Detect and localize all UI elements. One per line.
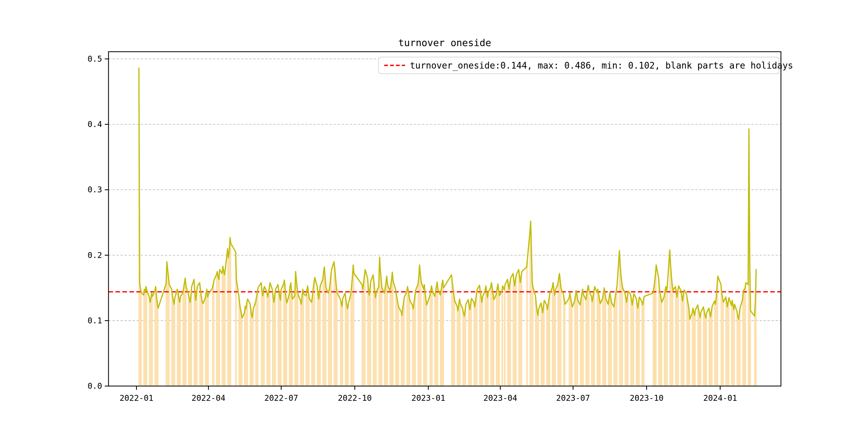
turnover-bar xyxy=(737,312,737,386)
x-axis-ticks: 2022-012022-042022-072022-102023-012023-… xyxy=(120,386,737,403)
turnover-bar xyxy=(149,297,150,386)
turnover-bar xyxy=(628,291,628,386)
turnover-bar xyxy=(384,293,385,386)
turnover-bar xyxy=(518,270,519,386)
turnover-bar xyxy=(632,305,632,386)
turnover-bar xyxy=(594,287,595,386)
turnover-bar xyxy=(365,270,366,386)
turnover-bar xyxy=(560,281,561,386)
turnover-bar xyxy=(143,295,144,386)
turnover-bar xyxy=(678,291,678,386)
turnover-bar xyxy=(286,298,286,386)
turnover-bar xyxy=(460,304,461,386)
turnover-bar xyxy=(317,294,318,386)
turnover-bar xyxy=(682,301,683,386)
turnover-bar xyxy=(480,297,482,386)
turnover-bar xyxy=(370,281,371,386)
turnover-bar xyxy=(318,299,319,386)
turnover-bar xyxy=(298,294,299,386)
turnover-bar xyxy=(689,319,690,386)
turnover-bar xyxy=(158,308,159,386)
turnover-bar xyxy=(569,293,570,386)
turnover-bar xyxy=(326,288,326,386)
turnover-bar xyxy=(139,283,140,386)
turnover-bar xyxy=(722,298,723,386)
turnover-bar xyxy=(408,291,409,386)
turnover-bar xyxy=(208,294,209,386)
turnover-bar xyxy=(559,274,560,386)
turnover-bar xyxy=(496,294,497,386)
turnover-bar xyxy=(348,304,349,386)
turnover-bar xyxy=(340,299,341,386)
turnover-bar xyxy=(597,289,598,386)
turnover-bar xyxy=(369,289,370,386)
turnover-bar xyxy=(554,295,555,386)
turnover-bar xyxy=(703,307,704,386)
turnover-bar xyxy=(190,302,190,386)
turnover-bar xyxy=(711,312,712,386)
turnover-bar xyxy=(469,305,470,386)
turnover-bar xyxy=(152,296,153,386)
turnover-bar xyxy=(239,296,239,386)
turnover-bar xyxy=(728,302,729,386)
turnover-bar xyxy=(464,316,465,386)
turnover-bar xyxy=(513,274,514,386)
turnover-bar xyxy=(698,309,699,386)
turnover-bar xyxy=(419,265,420,386)
turnover-bar xyxy=(639,297,640,386)
turnover-bar xyxy=(415,290,416,386)
legend: turnover_oneside:0.144, max: 0.486, min:… xyxy=(378,57,793,74)
turnover-bar xyxy=(386,276,387,386)
turnover-bar xyxy=(619,250,620,386)
turnover-bar xyxy=(543,306,544,386)
turnover-bar xyxy=(694,315,695,386)
turnover-bar xyxy=(168,277,169,386)
turnover-bar xyxy=(501,291,502,386)
turnover-bar xyxy=(580,305,581,386)
turnover-bar xyxy=(622,283,622,386)
turnover-bar xyxy=(279,296,280,386)
turnover-bar xyxy=(522,272,522,386)
turnover-bar xyxy=(508,284,509,386)
turnover-bar xyxy=(214,280,214,386)
turnover-bar xyxy=(754,316,755,386)
turnover-bar xyxy=(264,289,264,386)
turnover-bar xyxy=(602,299,603,386)
turnover-bar xyxy=(267,297,268,386)
turnover-bar xyxy=(667,284,668,386)
turnover-bar xyxy=(180,296,181,386)
turnover-bar xyxy=(589,290,589,386)
turnover-bar xyxy=(726,302,727,386)
turnover-bar xyxy=(362,284,363,386)
turnover-bar xyxy=(291,292,292,386)
turnover-bar xyxy=(563,294,564,386)
turnover-bar xyxy=(183,288,184,386)
turnover-bar xyxy=(593,291,594,386)
turnover-bar xyxy=(179,302,180,386)
turnover-bar xyxy=(527,258,528,386)
turnover-bar xyxy=(733,305,733,386)
turnover-bar xyxy=(507,279,508,386)
turnover-bar xyxy=(553,283,554,386)
turnover-bar xyxy=(441,284,442,386)
turnover-bar xyxy=(538,309,539,386)
turnover-bar xyxy=(592,302,593,386)
turnover-bar xyxy=(430,290,431,386)
turnover-bar xyxy=(213,284,214,386)
turnover-bar xyxy=(257,293,258,386)
turnover-bar xyxy=(313,288,314,386)
turnover-bar xyxy=(486,286,486,386)
turnover-bar xyxy=(705,315,705,386)
turnover-bar xyxy=(414,303,414,386)
x-tick-label: 2023-01 xyxy=(411,393,445,403)
turnover-bar xyxy=(565,304,565,386)
turnover-bar xyxy=(368,288,369,386)
turnover-bar xyxy=(223,271,224,386)
turnover-bar xyxy=(173,300,174,386)
turnover-bar xyxy=(561,288,561,386)
turnover-bar xyxy=(564,300,565,386)
turnover-bar xyxy=(510,278,511,386)
turnover-bar xyxy=(638,302,639,386)
turnover-bar xyxy=(604,294,606,386)
turnover-bar xyxy=(721,284,721,386)
